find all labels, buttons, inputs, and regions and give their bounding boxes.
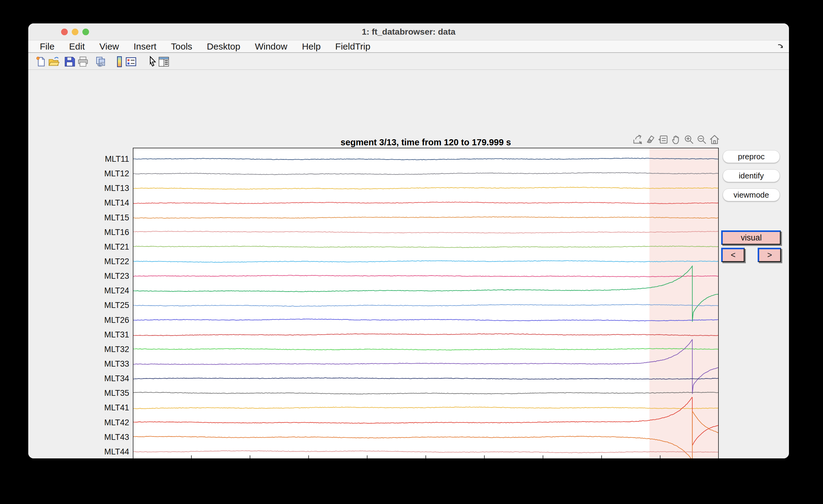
window-title: 1: ft_databrowser: data: [28, 23, 789, 40]
trace-mlt44[interactable]: [133, 451, 719, 453]
channel-label-mlt32[interactable]: MLT32: [74, 344, 129, 354]
trace-mlt16[interactable]: [133, 231, 719, 233]
channel-label-mlt21[interactable]: MLT21: [74, 242, 129, 252]
trace-mlt42[interactable]: [133, 397, 719, 446]
figure-toolbar: [28, 53, 789, 70]
channel-label-mlt42[interactable]: MLT42: [74, 418, 129, 428]
channel-label-mlt13[interactable]: MLT13: [74, 183, 129, 193]
channel-label-mlt26[interactable]: MLT26: [74, 315, 129, 325]
channel-label-mlt25[interactable]: MLT25: [74, 300, 129, 310]
data-plot-area[interactable]: [133, 148, 719, 458]
trace-mlt26[interactable]: [133, 319, 719, 321]
channel-label-mlt16[interactable]: MLT16: [74, 227, 129, 237]
trace-mlt31[interactable]: [133, 334, 719, 336]
open-folder-icon[interactable]: [48, 56, 60, 68]
datatip-icon[interactable]: [658, 134, 669, 145]
menu-item-fieldtrip[interactable]: FieldTrip: [328, 41, 378, 52]
trace-mlt21[interactable]: [133, 246, 719, 247]
channel-label-mlt12[interactable]: MLT12: [74, 169, 129, 178]
trace-mlt35[interactable]: [133, 392, 719, 394]
zoom-out-icon[interactable]: [696, 134, 707, 145]
property-editor-icon[interactable]: [158, 56, 170, 68]
menu-item-help[interactable]: Help: [295, 41, 328, 52]
pan-hand-icon[interactable]: [671, 134, 682, 145]
artifact-highlight-region[interactable]: [649, 148, 718, 458]
brush-icon[interactable]: [645, 134, 656, 145]
trace-mlt23[interactable]: [133, 276, 719, 277]
trace-mlt15[interactable]: [133, 217, 719, 218]
dock-figure-icon[interactable]: [777, 43, 785, 51]
visual-button[interactable]: visual: [721, 230, 781, 245]
restore-view-home-icon[interactable]: [709, 134, 720, 145]
channel-label-mlt11[interactable]: MLT11: [74, 154, 129, 164]
trace-mlt25[interactable]: [133, 304, 719, 306]
axes-toolbar: [632, 134, 720, 145]
trace-mlt11[interactable]: [133, 158, 719, 160]
colorbar-icon[interactable]: [113, 56, 126, 68]
legend-icon[interactable]: [125, 56, 137, 68]
trace-mlt14[interactable]: [133, 202, 719, 204]
trace-mlt33[interactable]: [133, 339, 719, 394]
channel-label-mlt35[interactable]: MLT35: [74, 388, 129, 398]
menu-item-tools[interactable]: Tools: [164, 41, 200, 52]
trace-mlt13[interactable]: [133, 187, 719, 189]
menu-item-insert[interactable]: Insert: [127, 41, 164, 52]
new-file-icon[interactable]: [35, 56, 47, 68]
channel-label-mlt23[interactable]: MLT23: [74, 271, 129, 281]
trace-mlt12[interactable]: [133, 173, 719, 175]
menu-bar: FileEditViewInsertToolsDesktopWindowHelp…: [28, 40, 789, 53]
figure-canvas: segment 3/13, time from 120 to 179.999 s…: [28, 70, 789, 458]
trace-mlt22[interactable]: [133, 261, 719, 262]
trace-mlt34[interactable]: [133, 378, 719, 379]
title-bar[interactable]: 1: ft_databrowser: data: [28, 23, 789, 40]
figure-window: 1: ft_databrowser: data FileEditViewInse…: [28, 23, 789, 458]
preproc-button[interactable]: preproc: [723, 150, 780, 163]
export-icon[interactable]: [632, 134, 643, 145]
edit-plot-pointer-icon[interactable]: [146, 56, 158, 68]
trace-mlt41[interactable]: [133, 407, 719, 408]
channel-label-mlt15[interactable]: MLT15: [74, 213, 129, 222]
visual-next-button[interactable]: >: [758, 248, 781, 262]
menu-item-edit[interactable]: Edit: [62, 41, 92, 52]
trace-mlt24[interactable]: [133, 266, 719, 322]
identify-button[interactable]: identify: [723, 169, 780, 182]
link-plot-icon[interactable]: [95, 56, 107, 68]
menu-item-window[interactable]: Window: [248, 41, 295, 52]
menu-item-desktop[interactable]: Desktop: [200, 41, 248, 52]
zoom-in-icon[interactable]: [683, 134, 694, 145]
trace-mlt32[interactable]: [133, 348, 719, 350]
channel-label-mlt44[interactable]: MLT44: [74, 447, 129, 457]
visual-prev-button[interactable]: <: [721, 248, 745, 262]
menu-item-view[interactable]: View: [92, 41, 126, 52]
save-icon[interactable]: [63, 56, 76, 68]
plot-title: segment 3/13, time from 120 to 179.999 s: [304, 137, 547, 147]
trace-mlt43[interactable]: [133, 411, 719, 458]
channel-label-mlt34[interactable]: MLT34: [74, 374, 129, 383]
channel-label-mlt24[interactable]: MLT24: [74, 286, 129, 296]
channel-label-mlt33[interactable]: MLT33: [74, 359, 129, 369]
axes-box: [133, 148, 718, 458]
channel-label-mlt43[interactable]: MLT43: [74, 432, 129, 442]
menu-item-file[interactable]: File: [32, 41, 62, 52]
print-icon[interactable]: [77, 56, 89, 68]
channel-label-mlt31[interactable]: MLT31: [74, 330, 129, 340]
viewmode-button[interactable]: viewmode: [723, 188, 780, 201]
channel-label-mlt41[interactable]: MLT41: [74, 403, 129, 412]
channel-label-mlt14[interactable]: MLT14: [74, 198, 129, 208]
channel-label-mlt22[interactable]: MLT22: [74, 257, 129, 266]
